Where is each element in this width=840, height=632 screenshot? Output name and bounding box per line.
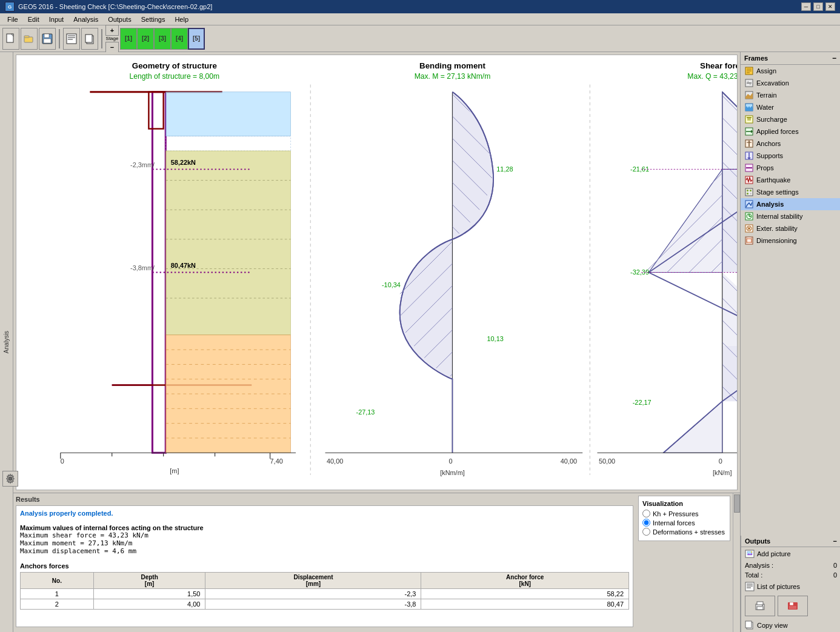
zoom-in-button[interactable]: + (105, 25, 119, 36)
visualization-box: Visualization Kh + Pressures Internal fo… (638, 496, 730, 541)
max-displacement-value: Maximum displacement = 4,6 mm (20, 547, 629, 555)
props-icon (744, 163, 754, 173)
chart-area: Geometry of structure Length of structur… (16, 55, 738, 490)
geo-x-unit: [m] (170, 467, 179, 474)
gear-icon (4, 473, 16, 485)
props-label: Props (756, 164, 774, 171)
menu-help[interactable]: Help (170, 16, 193, 23)
frame-stage-settings[interactable]: Stage settings (741, 186, 840, 198)
zoom-out-button[interactable]: − (105, 42, 119, 53)
menu-edit[interactable]: Edit (23, 16, 44, 23)
main-chart-svg: Geometry of structure Length of structur… (16, 55, 737, 490)
total-count-label: Total : (745, 571, 762, 579)
frame-surcharge[interactable]: Surcharge (741, 113, 840, 125)
results-content[interactable]: Analysis properly completed. Maximum val… (16, 505, 633, 627)
stage-3-button[interactable]: [3] (154, 28, 171, 50)
stage-5-button[interactable]: [5] (188, 28, 205, 50)
frame-analysis[interactable]: Analysis (741, 198, 840, 210)
viz-internal-radio[interactable] (642, 519, 650, 527)
edit-button[interactable] (63, 28, 80, 50)
svg-rect-18 (165, 92, 290, 136)
new-button[interactable] (2, 28, 19, 50)
cell-depth: 1,50 (93, 589, 205, 599)
cell-force: 58,22 (421, 589, 629, 599)
outputs-header: Outputs − (741, 536, 840, 547)
frame-anchors[interactable]: Anchors (741, 138, 840, 150)
menu-outputs[interactable]: Outputs (103, 16, 136, 23)
frames-collapse[interactable]: − (832, 54, 836, 62)
frame-applied-forces[interactable]: Applied forces (741, 125, 840, 138)
sf-val-5: -22,17 (633, 399, 652, 406)
cell-force: 80,47 (421, 599, 629, 610)
svg-rect-147 (745, 621, 752, 628)
frame-earthquake[interactable]: Earthquake (741, 174, 840, 186)
save-output-button[interactable] (778, 596, 808, 616)
results-header: Results (16, 496, 633, 503)
internal-stability-icon (744, 211, 754, 221)
max-moment-value: Maximum moment = 27,13 kNm/m (20, 539, 629, 547)
frame-exter-stability[interactable]: Exter. stability (741, 222, 840, 235)
close-button[interactable]: ✕ (825, 2, 835, 11)
viz-internal-label: Internal forces (653, 519, 695, 527)
menu-analysis[interactable]: Analysis (68, 16, 103, 23)
menu-settings[interactable]: Settings (136, 16, 170, 23)
results-scrollbar[interactable] (733, 493, 740, 632)
open-button[interactable] (21, 28, 38, 50)
viz-deform-option[interactable]: Deformations + stresses (642, 528, 726, 536)
frame-water[interactable]: Water (741, 101, 840, 113)
svg-rect-141 (757, 607, 763, 610)
list-pictures-button[interactable]: List of pictures (741, 580, 840, 593)
copy-button[interactable] (81, 28, 98, 50)
bm-x-right: 40,00 (561, 457, 577, 465)
shear-subtitle: Max. Q = 43,23 kN/m (687, 72, 737, 81)
add-picture-label: Add picture (757, 550, 791, 557)
left-sidebar: Analysis (0, 52, 13, 632)
excavation-icon (744, 78, 754, 88)
viz-deform-label: Deformations + stresses (653, 528, 725, 536)
frame-excavation[interactable]: Excavation (741, 77, 840, 89)
viz-internal-option[interactable]: Internal forces (642, 519, 726, 527)
left-sidebar-label: Analysis (3, 331, 10, 353)
save-button[interactable] (39, 28, 56, 50)
menu-file[interactable]: File (2, 16, 23, 23)
viz-kh-radio[interactable] (642, 510, 650, 517)
viz-kh-option[interactable]: Kh + Pressures (642, 510, 726, 517)
svg-rect-117 (750, 193, 752, 195)
menu-input[interactable]: Input (44, 16, 68, 23)
frame-props[interactable]: Props (741, 162, 840, 174)
exter-stability-label: Exter. stability (756, 225, 798, 232)
bm-val-3: 10,13 (487, 335, 503, 342)
svg-point-142 (762, 605, 763, 606)
cell-no: 1 (21, 589, 94, 599)
frame-internal-stability[interactable]: Internal stability (741, 210, 840, 222)
stage-2-button[interactable]: [2] (137, 28, 154, 50)
copy-view-label: Copy view (757, 622, 788, 629)
total-count-row: Total : 0 (741, 570, 840, 580)
frame-assign[interactable]: Assign (741, 65, 840, 77)
viz-deform-radio[interactable] (642, 528, 650, 536)
stage-4-button[interactable]: [4] (171, 28, 188, 50)
internal-stability-label: Internal stability (756, 213, 802, 220)
copy-view-button[interactable]: Copy view (741, 619, 840, 632)
results-panel: Results Analysis properly completed. Max… (13, 493, 636, 632)
force-label-2: 80,47kN (171, 262, 196, 269)
window-title: GEO5 2016 - Sheeting Check [C:\Sheeting-… (18, 3, 212, 10)
surcharge-label: Surcharge (756, 116, 787, 123)
minimize-button[interactable]: ─ (801, 2, 811, 11)
svg-line-80 (722, 427, 737, 449)
maximize-button[interactable]: □ (813, 2, 823, 11)
main-content: Analysis Geometry of structure Length of… (0, 52, 840, 632)
frame-dimensioning[interactable]: Dimensioning (741, 235, 840, 247)
supports-icon (744, 151, 754, 161)
menu-bar: File Edit Input Analysis Outputs Setting… (0, 13, 840, 25)
settings-gear-button[interactable] (2, 471, 18, 487)
scrollbar-thumb[interactable] (734, 494, 740, 513)
outputs-collapse[interactable]: − (833, 537, 837, 545)
print-button[interactable] (745, 596, 775, 616)
anchors-label: Anchors (756, 140, 781, 147)
bm-val-4: -27,13 (356, 408, 375, 416)
frame-terrain[interactable]: Terrain (741, 89, 840, 101)
frame-supports[interactable]: Supports (741, 150, 840, 162)
add-picture-button[interactable]: Add picture (741, 547, 840, 560)
stage-1-button[interactable]: [1] (120, 28, 137, 50)
